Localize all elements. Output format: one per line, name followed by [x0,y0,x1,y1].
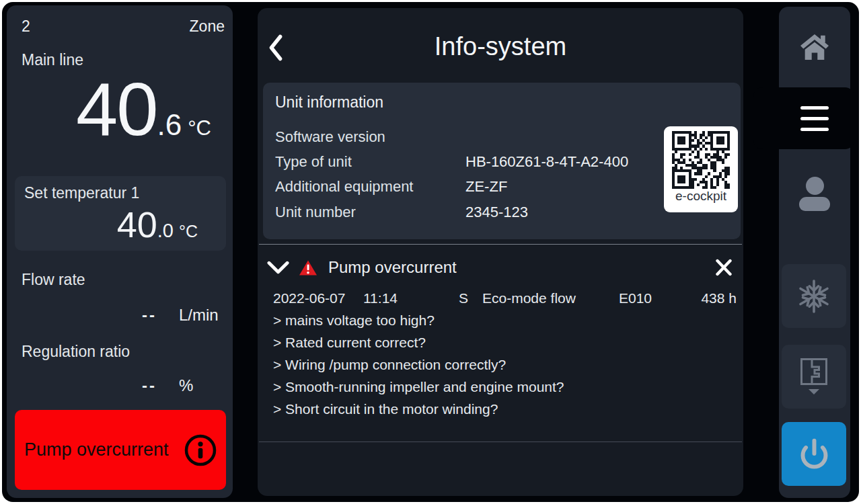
close-icon [715,259,733,276]
unit-info-row-label: Unit number [275,204,356,221]
mold-dropdown-icon [799,357,829,397]
qr-code-label: e-cockpit [675,190,726,204]
set-temperature-label: Set temperatur 1 [24,184,139,202]
alarm-collapse-button[interactable] [267,260,289,275]
sidebar-item-menu-active[interactable] [753,87,854,149]
flow-rate-row: -- L/min [7,306,233,326]
regulation-ratio-label: Regulation ratio [22,343,130,361]
set-temp-decimal: .0 [157,220,174,242]
alarm-banner-label: Pump overcurrent [24,439,169,460]
main-temperature-value: 40.6°C [7,70,211,150]
checklist-item: > Rated current correct? [273,331,730,353]
regulation-ratio-value: -- [142,376,157,395]
zone-status-panel: 2 Zone Main line 40.6°C Set temperatur 1… [7,5,233,498]
menu-bar [800,106,829,110]
checklist-item: > Smooth-running impeller and engine mou… [273,376,730,398]
separator [259,244,742,245]
alarm-date: 2022-06-07 [273,290,363,309]
alarm-close-button[interactable] [715,259,733,276]
unit-info-row-label: Software version [275,128,385,146]
alarm-detail-header: Pump overcurrent [258,253,743,282]
device-screen: 2 Zone Main line 40.6°C Set temperatur 1… [2,2,859,502]
unit-info-row-value: ZE-ZF [465,178,507,196]
chevron-down-icon [267,261,289,274]
info-system-panel: Info-system Unit information Software ve… [258,8,743,496]
power-icon [798,437,830,471]
zone-number: 2 [22,17,30,36]
unit-information-box: Unit information Software version Type o… [263,83,741,239]
menu-bar [800,128,829,131]
warning-triangle-icon [299,259,317,276]
power-button[interactable] [782,422,846,486]
alarm-meta-row: 2022-06-07 11:14 S Eco-mode flow E010 43… [258,290,743,309]
menu-bar [800,117,829,120]
alarm-status-flag: S [445,290,482,309]
set-temperature-value: 40.0°C [117,206,198,243]
unit-info-row-value: HB-160Z61-8-4T-A2-400 [465,153,628,171]
checklist-item: > Short circuit in the motor winding? [273,398,730,420]
alarm-banner[interactable]: Pump overcurrent [15,410,226,490]
sidebar [779,7,850,498]
checklist-item: > mains voltage too high? [273,309,730,331]
alarm-error-code: E010 [619,290,679,309]
zone-label: Zone [190,17,225,36]
unit-info-row-label: Type of unit [275,153,352,171]
alarm-checklist: > mains voltage too high? > Rated curren… [273,309,730,420]
info-icon [184,434,217,466]
qr-code [672,131,730,189]
regulation-ratio-row: -- % [7,376,233,396]
main-temp-integer: 40 [76,70,157,150]
main-line-label: Main line [22,51,83,69]
alarm-time: 11:14 [363,290,445,309]
regulation-ratio-unit: % [179,376,193,395]
unit-info-row-value: 2345-123 [465,204,528,221]
checklist-item: > Wiring /pump connection correctly? [273,353,730,376]
alarm-operating-hours: 438 h [679,290,737,309]
alarm-title: Pump overcurrent [328,258,457,277]
alarm-mode: Eco-mode flow [482,290,619,309]
user-icon-head [806,177,824,195]
set-temperature-field[interactable]: Set temperatur 1 40.0°C [15,176,226,251]
main-temp-decimal: .6 [157,108,182,142]
hamburger-menu-icon [753,102,854,134]
page-title: Info-system [258,32,743,61]
sidebar-item-home[interactable] [779,7,850,87]
main-temp-unit: °C [188,116,211,140]
unit-information-title: Unit information [275,93,383,112]
sidebar-item-mold[interactable] [782,345,846,409]
qr-code-card: e-cockpit [664,126,738,212]
sidebar-item-user[interactable] [779,149,850,239]
user-icon [799,177,830,211]
zone-header: 2 Zone [22,17,225,36]
set-temp-unit: °C [179,222,198,241]
home-icon [799,33,830,61]
user-icon-body [799,197,830,211]
flow-rate-label: Flow rate [22,271,85,289]
flow-rate-value: -- [142,306,157,325]
flow-rate-unit: L/min [179,306,219,325]
snowflake-icon [796,278,832,314]
sidebar-item-cooling[interactable] [782,264,846,328]
separator [259,442,742,442]
set-temp-integer: 40 [117,206,157,243]
unit-info-row-label: Additional equipment [275,178,413,196]
device-frame: 2 Zone Main line 40.6°C Set temperatur 1… [0,0,861,504]
